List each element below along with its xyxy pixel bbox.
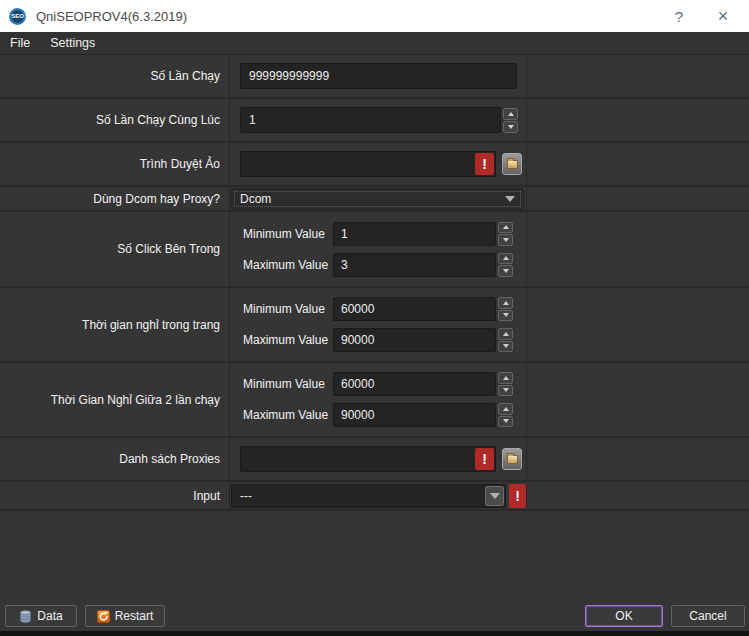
spin-down-button[interactable] <box>498 416 513 428</box>
maximum-value-label: Maximum Value <box>243 258 333 272</box>
title-bar: SEO QniSEOPROV4(6.3.2019) ? × <box>0 0 749 32</box>
page-rest-max-spinbox[interactable] <box>333 328 496 352</box>
spin-up-button[interactable] <box>498 222 513 234</box>
menu-file[interactable]: File <box>0 32 40 54</box>
error-badge: ! <box>475 448 494 470</box>
restart-button[interactable]: Restart <box>85 605 165 627</box>
inner-clicks-min-spinbox[interactable] <box>333 222 496 246</box>
page-rest-min-spinbox[interactable] <box>333 297 496 321</box>
spin-down-button[interactable] <box>498 385 513 397</box>
data-button[interactable]: Data <box>5 605 77 627</box>
data-button-label: Data <box>37 609 62 623</box>
virtual-browser-input[interactable]: ! <box>240 151 496 177</box>
help-button[interactable]: ? <box>657 0 701 32</box>
between-runs-min-spinbox[interactable] <box>333 372 496 396</box>
chevron-up-icon <box>503 256 509 260</box>
input-select[interactable]: --- <box>231 484 506 508</box>
spin-down-button[interactable] <box>503 121 518 133</box>
row-spacer <box>527 212 749 286</box>
spin-up-button[interactable] <box>503 108 518 120</box>
row-inner-clicks: Số Click Bên Trong Minimum Value Maximum… <box>0 212 749 288</box>
row-proxy-list: Danh sách Proxies ! <box>0 438 749 482</box>
error-badge: ! <box>475 153 494 175</box>
menu-bar: File Settings <box>0 32 749 55</box>
app-icon: SEO <box>9 8 26 25</box>
chevron-down-icon <box>503 388 509 392</box>
row-spacer <box>527 55 749 97</box>
field-label: Trình Duyệt Ảo <box>0 143 230 185</box>
field-label: Số Lần Chạy Cùng Lúc <box>0 99 230 141</box>
row-spacer <box>527 143 749 185</box>
proxy-list-input[interactable]: ! <box>240 446 496 472</box>
row-between-runs-rest-time: Thời Gian Nghỉ Giữa 2 lần chạy Minimum V… <box>0 363 749 438</box>
close-icon: × <box>718 6 729 27</box>
row-spacer <box>527 187 749 210</box>
row-spacer <box>527 288 749 361</box>
dropdown-button[interactable] <box>485 486 504 506</box>
spin-down-button[interactable] <box>498 341 513 353</box>
maximum-value-label: Maximum Value <box>243 408 333 422</box>
chevron-down-icon <box>503 344 509 348</box>
field-label: Thời Gian Nghỉ Giữa 2 lần chạy <box>0 363 230 436</box>
spin-down-button[interactable] <box>498 310 513 322</box>
chevron-up-icon <box>508 112 514 116</box>
restart-button-label: Restart <box>115 609 154 623</box>
chevron-up-icon <box>503 407 509 411</box>
chevron-down-icon <box>508 125 514 129</box>
browse-button[interactable] <box>502 153 522 175</box>
chevron-down-icon <box>505 196 515 202</box>
error-badge: ! <box>509 484 526 508</box>
chevron-up-icon <box>503 332 509 336</box>
dcom-proxy-select[interactable]: Dcom <box>231 188 524 210</box>
row-run-count: Số Lần Chạy <box>0 55 749 99</box>
row-spacer <box>527 363 749 436</box>
combo-selected-value: Dcom <box>240 192 271 206</box>
spin-up-button[interactable] <box>498 253 513 265</box>
maximum-value-label: Maximum Value <box>243 333 333 347</box>
window-bottom-edge <box>0 631 749 636</box>
app-icon-label: SEO <box>11 13 24 19</box>
menu-settings[interactable]: Settings <box>40 32 105 54</box>
field-label: Dùng Dcom hay Proxy? <box>0 187 230 210</box>
chevron-up-icon <box>503 225 509 229</box>
field-label: Thời gian nghỉ trong trang <box>0 288 230 361</box>
chevron-up-icon <box>503 376 509 380</box>
spin-up-button[interactable] <box>498 372 513 384</box>
row-virtual-browser: Trình Duyệt Ảo ! <box>0 143 749 187</box>
cancel-button-label: Cancel <box>689 609 726 623</box>
cancel-button[interactable]: Cancel <box>671 605 745 627</box>
spin-down-button[interactable] <box>498 234 513 246</box>
spin-down-button[interactable] <box>498 265 513 277</box>
ok-button-label: OK <box>615 609 632 623</box>
ok-button[interactable]: OK <box>585 605 663 627</box>
folder-icon <box>507 455 518 464</box>
window-title: QniSEOPROV4(6.3.2019) <box>36 9 187 24</box>
settings-form: Số Lần Chạy Số Lần Chạy Cùng Lúc Trình D… <box>0 55 749 511</box>
row-spacer <box>527 99 749 141</box>
minimum-value-label: Minimum Value <box>243 227 333 241</box>
field-label: Input <box>0 482 230 509</box>
field-label: Số Lần Chạy <box>0 55 230 97</box>
spin-up-button[interactable] <box>498 328 513 340</box>
field-label: Số Click Bên Trong <box>0 212 230 286</box>
chevron-down-icon <box>503 238 509 242</box>
chevron-down-icon <box>503 269 509 273</box>
run-count-input[interactable] <box>240 63 517 89</box>
browse-button[interactable] <box>502 448 522 470</box>
row-spacer <box>527 438 749 480</box>
folder-icon <box>507 160 518 169</box>
chevron-down-icon <box>503 313 509 317</box>
row-page-rest-time: Thời gian nghỉ trong trang Minimum Value… <box>0 288 749 363</box>
chevron-up-icon <box>503 301 509 305</box>
spin-up-button[interactable] <box>498 297 513 309</box>
field-label: Danh sách Proxies <box>0 438 230 480</box>
chevron-down-icon <box>503 419 509 423</box>
concurrent-runs-spinbox[interactable] <box>240 107 501 133</box>
close-button[interactable]: × <box>701 0 745 32</box>
row-dcom-proxy: Dùng Dcom hay Proxy? Dcom <box>0 187 749 212</box>
inner-clicks-max-spinbox[interactable] <box>333 253 496 277</box>
chevron-down-icon <box>490 493 500 499</box>
help-icon: ? <box>675 8 683 25</box>
spin-up-button[interactable] <box>498 403 513 415</box>
between-runs-max-spinbox[interactable] <box>333 403 496 427</box>
